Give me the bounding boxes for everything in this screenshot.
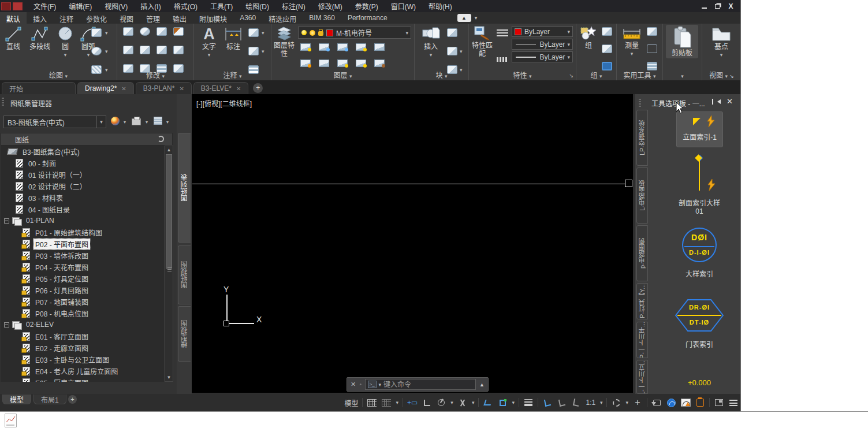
ortho-toggle[interactable] bbox=[422, 397, 432, 408]
scrollbar-thumb[interactable] bbox=[166, 154, 172, 269]
annotation-autoscale-toggle[interactable] bbox=[557, 397, 567, 408]
restore-button[interactable] bbox=[713, 2, 722, 10]
dropdown-arrow-icon[interactable]: ▾ bbox=[396, 400, 398, 405]
file-tab-b3-plan[interactable]: B3-PLAN*✕ bbox=[136, 82, 192, 94]
dropdown-arrow-icon[interactable]: ▾ bbox=[565, 42, 572, 47]
rectangle-icon[interactable] bbox=[91, 28, 102, 37]
layer-properties-button[interactable]: 图层特性 bbox=[273, 25, 296, 58]
customization-icon[interactable] bbox=[728, 397, 739, 408]
scroll-up-icon[interactable]: ▲ bbox=[165, 146, 173, 154]
workspace-switching-gear-icon[interactable] bbox=[611, 397, 621, 408]
palette-tab-p-circuit-legend[interactable]: p-电路图例 bbox=[636, 225, 648, 281]
block-edit-icon[interactable] bbox=[447, 28, 457, 37]
menu-draw[interactable]: 绘图(D) bbox=[239, 1, 275, 12]
match-properties-button[interactable]: 特性匹配 bbox=[470, 25, 494, 58]
command-prompt-icon[interactable]: >_ bbox=[368, 381, 377, 388]
close-tab-icon[interactable]: ✕ bbox=[179, 85, 184, 92]
panel-label-groups[interactable]: 组 ▾ bbox=[576, 70, 616, 80]
palette-tab-lp-hvac[interactable]: LP-空调系统 bbox=[636, 110, 648, 166]
trim-icon[interactable] bbox=[157, 27, 167, 36]
insert-button[interactable]: 插入▾ bbox=[418, 25, 444, 59]
collapse-icon[interactable] bbox=[4, 322, 9, 327]
collapse-icon[interactable] bbox=[4, 218, 9, 224]
sheet-item[interactable]: 02 设计说明（二） bbox=[1, 180, 164, 192]
sheet-item[interactable]: P04 - 天花布置图 bbox=[1, 261, 164, 273]
graphics-performance-icon[interactable] bbox=[666, 397, 676, 408]
dropdown-arrow-icon[interactable]: ▾ bbox=[450, 400, 453, 405]
color-combo[interactable]: ByLayer▾ bbox=[512, 26, 573, 37]
layer-combo[interactable]: M-机电符号 ▾ bbox=[298, 27, 411, 39]
menu-help[interactable]: 帮助(H) bbox=[422, 1, 459, 12]
plot-button[interactable] bbox=[132, 117, 142, 127]
layer-unisolate-icon[interactable] bbox=[300, 59, 311, 67]
menu-tools[interactable]: 工具(T) bbox=[204, 1, 239, 12]
grid-display-toggle[interactable] bbox=[381, 397, 392, 408]
fillet-icon[interactable] bbox=[157, 46, 167, 54]
dynamic-input-toggle[interactable]: +▭ bbox=[407, 397, 418, 408]
sheet-item[interactable]: P03 - 墙体拆改图 bbox=[1, 250, 164, 261]
panel-label-block[interactable]: 块 ▾ bbox=[415, 70, 468, 80]
dropdown-arrow-icon[interactable]: ▾ bbox=[105, 30, 108, 36]
dropdown-arrow-icon[interactable]: ▾ bbox=[631, 50, 634, 58]
publish-button[interactable] bbox=[111, 117, 121, 127]
dropdown-arrow-icon[interactable]: ▾ bbox=[87, 51, 90, 59]
isodraft-toggle[interactable] bbox=[457, 397, 468, 408]
move-icon[interactable] bbox=[123, 27, 133, 36]
command-customize-icon[interactable] bbox=[359, 381, 361, 388]
annotation-scale-value[interactable]: 1:1 bbox=[586, 397, 596, 408]
line-button[interactable]: 直线 bbox=[2, 25, 24, 51]
sheet-item[interactable]: E01 - 客厅立面图 bbox=[1, 330, 164, 342]
close-button[interactable]: X bbox=[726, 2, 736, 10]
annotation-scale-icon[interactable] bbox=[571, 397, 582, 408]
palette-tab-l-circuit-panel[interactable]: L-电路面板 bbox=[636, 168, 648, 224]
dropdown-arrow-icon[interactable]: ▾ bbox=[166, 120, 169, 125]
menu-edit[interactable]: 编辑(E) bbox=[62, 1, 98, 12]
menu-dimension[interactable]: 标注(N) bbox=[275, 1, 312, 12]
isolate-objects-icon[interactable] bbox=[651, 397, 662, 408]
palette-tab-p-plan[interactable]: P-一卜川平... bbox=[636, 322, 648, 358]
menu-format[interactable]: 格式(O) bbox=[167, 1, 204, 12]
id-point-icon[interactable] bbox=[647, 44, 657, 53]
dimension-button[interactable]: 标注 bbox=[222, 25, 245, 51]
explode-icon[interactable] bbox=[173, 46, 184, 54]
linetype-list-icon[interactable] bbox=[497, 57, 508, 62]
annotation-visibility-toggle[interactable] bbox=[542, 397, 553, 408]
clipboard-watch-icon[interactable] bbox=[695, 397, 705, 408]
lineweight-toggle[interactable] bbox=[523, 397, 534, 408]
circle-button[interactable]: 圆▾ bbox=[55, 25, 75, 59]
erase-icon[interactable] bbox=[173, 27, 184, 36]
layer-change-icon[interactable] bbox=[374, 59, 385, 67]
close-tab-icon[interactable]: ✕ bbox=[236, 85, 241, 92]
command-line[interactable]: ✕ >_ ▾ ▲ bbox=[347, 377, 489, 392]
model-space-toggle[interactable]: 模型 bbox=[344, 397, 358, 408]
panel-label-clipboard[interactable]: ▾ bbox=[663, 72, 702, 80]
layer-previous-icon[interactable] bbox=[374, 43, 385, 51]
object-snap-toggle[interactable] bbox=[497, 397, 508, 408]
sheet-item[interactable]: E04 - 老人房 儿童房立面图 bbox=[1, 365, 164, 377]
ungroup-icon[interactable] bbox=[602, 27, 612, 36]
new-layout-button[interactable]: + bbox=[68, 395, 77, 404]
tool-elevation-index-1[interactable]: 立面索引-1 bbox=[676, 111, 723, 147]
tab-sheet-list[interactable]: 图纸列表 bbox=[178, 133, 191, 243]
group-selection-icon[interactable] bbox=[602, 62, 612, 70]
menu-modify[interactable]: 修改(M) bbox=[312, 1, 349, 12]
tree-root[interactable]: B3-图纸集合(中式) bbox=[1, 146, 164, 157]
ribbon-tab-manage[interactable]: 管理 bbox=[140, 12, 166, 24]
ellipse-icon[interactable] bbox=[91, 47, 102, 55]
menu-parametric[interactable]: 参数(P) bbox=[349, 1, 385, 12]
panel-label-layers[interactable]: 图层 ▾ bbox=[271, 70, 414, 80]
refresh-icon[interactable] bbox=[158, 136, 164, 142]
grip-handle[interactable] bbox=[625, 180, 632, 187]
sheet-item[interactable]: 01 设计说明（一） bbox=[1, 169, 164, 180]
ribbon-tab-output[interactable]: 输出 bbox=[166, 12, 193, 24]
file-tab-start[interactable]: 开始 bbox=[2, 82, 76, 94]
dropdown-arrow-icon[interactable]: ▾ bbox=[124, 120, 126, 125]
leader-icon[interactable] bbox=[248, 47, 259, 55]
polar-tracking-toggle[interactable] bbox=[436, 397, 446, 408]
dropdown-arrow-icon[interactable]: ▾ bbox=[379, 382, 382, 388]
desktop-file-icon[interactable] bbox=[5, 414, 17, 427]
tree-scrollbar[interactable]: ▲ ▼ bbox=[165, 146, 173, 382]
polyline-button[interactable]: 多段线 bbox=[25, 25, 54, 51]
dropdown-arrow-icon[interactable]: ▾ bbox=[96, 116, 106, 128]
file-tab-b3-elve[interactable]: B3-ELVE*✕ bbox=[193, 82, 249, 94]
